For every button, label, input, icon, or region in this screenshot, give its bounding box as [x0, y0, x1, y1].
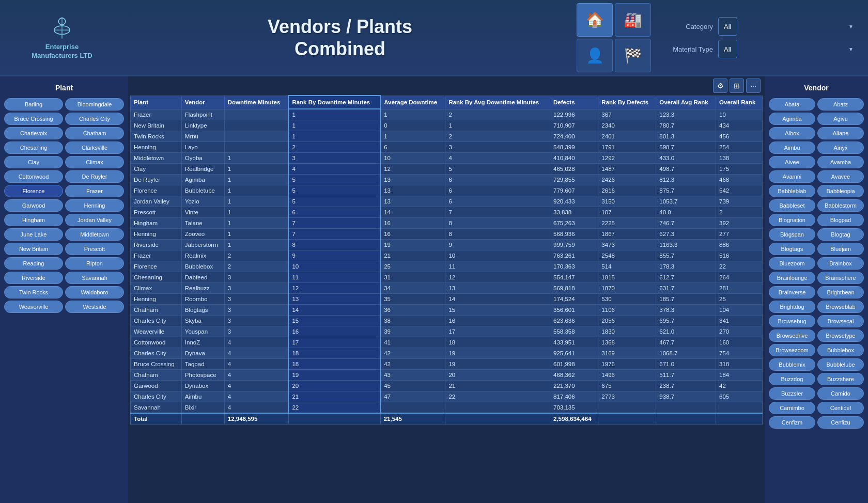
plant-button-twin-rocks[interactable]: Twin Rocks: [4, 286, 63, 298]
cell-21-6: 433,951: [550, 337, 598, 348]
vendor-button-allane[interactable]: Allane: [817, 127, 864, 139]
vendor-button-avamni[interactable]: Avamni: [769, 170, 815, 183]
plant-button-jordan-valley[interactable]: Jordan Valley: [65, 214, 124, 226]
plant-button-westside[interactable]: Westside: [65, 301, 124, 313]
cell-9-2: 1: [224, 207, 288, 218]
filter-toolbar-button[interactable]: ⚙: [713, 78, 727, 93]
material-type-select[interactable]: All: [718, 40, 737, 58]
vendor-button-buzzsler[interactable]: Buzzsler: [769, 387, 815, 400]
plant-button-june-lake[interactable]: June Lake: [4, 228, 63, 241]
flag-nav-button[interactable]: 🏁: [615, 39, 651, 72]
vendor-button-abata[interactable]: Abata: [769, 98, 815, 111]
plant-button-prescott[interactable]: Prescott: [65, 243, 124, 255]
plant-button-garwood[interactable]: Garwood: [4, 199, 63, 212]
vendor-button-cenfizm[interactable]: Cenfizm: [769, 416, 815, 429]
cell-1-7: 2340: [598, 120, 656, 131]
vendor-button-blogpad[interactable]: Blogpad: [817, 214, 864, 226]
cell-22-4: 42: [380, 348, 445, 359]
vendor-button-babbleset[interactable]: Babbleset: [769, 199, 815, 212]
plant-button-charles-city[interactable]: Charles City: [65, 113, 124, 125]
plant-button-bloomingdale[interactable]: Bloomingdale: [65, 98, 124, 111]
factory-nav-button[interactable]: 🏭: [615, 3, 651, 37]
vendor-button-babbleblab[interactable]: Babbleblab: [769, 185, 815, 197]
vendor-button-babblestorm[interactable]: Babblestorm: [817, 199, 864, 212]
plant-button-riverside[interactable]: Riverside: [4, 272, 63, 284]
vendor-button-blogtag[interactable]: Blogtag: [817, 228, 864, 241]
cell-14-9: 22: [716, 261, 763, 272]
vendor-button-avavee[interactable]: Avavee: [817, 170, 864, 183]
grid-toolbar-button[interactable]: ⊞: [730, 78, 744, 93]
vendor-button-browsebug[interactable]: Browsebug: [769, 315, 815, 327]
vendor-button-abatz[interactable]: Abatz: [817, 98, 864, 111]
vendor-button-browsedrive[interactable]: Browsedrive: [769, 329, 815, 342]
plant-button-clay[interactable]: Clay: [4, 156, 63, 168]
plant-button-savannah[interactable]: Savannah: [65, 272, 124, 284]
vendor-button-aivee[interactable]: Aivee: [769, 156, 815, 168]
plant-button-chatham[interactable]: Chatham: [65, 127, 124, 139]
vendor-button-avamba[interactable]: Avamba: [817, 156, 864, 168]
vendor-button-ainyx[interactable]: Ainyx: [817, 142, 864, 154]
vendor-button-brightdog[interactable]: Brightdog: [769, 301, 815, 313]
vendor-button-blognation[interactable]: Blognation: [769, 214, 815, 226]
vendor-button-babbleopia[interactable]: Babbleopia: [817, 185, 864, 197]
plant-button-hingham[interactable]: Hingham: [4, 214, 63, 226]
vendor-button-cenfizu[interactable]: Cenfizu: [817, 416, 864, 429]
vendor-button-blogtags[interactable]: Blogtags: [769, 243, 815, 255]
cell-7-7: 2616: [598, 185, 656, 196]
table-row: WeavervilleYouspan3163917558,3581830621.…: [131, 326, 763, 337]
cell-12-4: 19: [380, 240, 445, 250]
plant-button-weaverville[interactable]: Weaverville: [4, 301, 63, 313]
vendor-button-albox[interactable]: Albox: [769, 127, 815, 139]
vendor-button-brainlounge[interactable]: Brainlounge: [769, 272, 815, 284]
vendor-button-buzzdog[interactable]: Buzzdog: [769, 373, 815, 385]
vendor-button-agimba[interactable]: Agimba: [769, 113, 815, 125]
plant-button-de-ruyler[interactable]: De Ruyler: [65, 170, 124, 183]
plant-button-new-britain[interactable]: New Britain: [4, 243, 63, 255]
plant-button-ripton[interactable]: Ripton: [65, 257, 124, 270]
cell-19-9: 341: [716, 316, 763, 326]
plant-button-henning[interactable]: Henning: [65, 199, 124, 212]
more-toolbar-button[interactable]: ···: [746, 78, 761, 93]
vendor-button-brainverse[interactable]: Brainverse: [769, 286, 815, 298]
vendor-button-centidel[interactable]: Centidel: [817, 402, 864, 414]
vendor-button-aimbu[interactable]: Aimbu: [769, 142, 815, 154]
cell-13-5: 10: [445, 250, 550, 261]
plant-button-climax[interactable]: Climax: [65, 156, 124, 168]
plant-button-florence[interactable]: Florence: [4, 185, 63, 197]
vendor-button-camido[interactable]: Camido: [817, 387, 864, 400]
plant-button-charlevoix[interactable]: Charlevoix: [4, 127, 63, 139]
category-select[interactable]: All: [718, 17, 737, 36]
vendor-button-brainsphere[interactable]: Brainsphere: [817, 272, 864, 284]
vendor-button-browsetype[interactable]: Browsetype: [817, 329, 864, 342]
vendor-button-browseblab[interactable]: Browseblab: [817, 301, 864, 313]
cell-2-9: 456: [716, 131, 763, 142]
plant-button-barling[interactable]: Barling: [4, 98, 63, 111]
plant-button-cottonwood[interactable]: Cottonwood: [4, 170, 63, 183]
plant-button-reading[interactable]: Reading: [4, 257, 63, 270]
person-nav-button[interactable]: 👤: [577, 39, 613, 72]
plant-button-frazer[interactable]: Frazer: [65, 185, 124, 197]
vendor-button-browsecal[interactable]: Browsecal: [817, 315, 864, 327]
vendor-button-bubblemix[interactable]: Bubblemix: [769, 358, 815, 371]
cell-12-3: 8: [288, 240, 380, 250]
plant-button-chesaning[interactable]: Chesaning: [4, 142, 63, 154]
vendor-button-browsezoom[interactable]: Browsezoom: [769, 344, 815, 356]
plant-button-clarksville[interactable]: Clarksville: [65, 142, 124, 154]
plant-button-waldoboro[interactable]: Waldoboro: [65, 286, 124, 298]
plant-button-middletown[interactable]: Middletown: [65, 228, 124, 241]
plant-button-bruce-crossing[interactable]: Bruce Crossing: [4, 113, 63, 125]
col-header-2: Downtime Minutes: [224, 96, 288, 109]
cell-3-3: 2: [288, 142, 380, 153]
vendor-button-carnimbo[interactable]: Carnimbo: [769, 402, 815, 414]
vendor-button-blogspan[interactable]: Blogspan: [769, 228, 815, 241]
vendor-button-bubblelube[interactable]: Bubblelube: [817, 358, 864, 371]
vendor-button-buzzshare[interactable]: Buzzshare: [817, 373, 864, 385]
vendor-button-agivu[interactable]: Agivu: [817, 113, 864, 125]
vendor-button-bubblebox[interactable]: Bubblebox: [817, 344, 864, 356]
vendor-button-bluejam[interactable]: Bluejam: [817, 243, 864, 255]
vendor-button-brainbox[interactable]: Brainbox: [817, 257, 864, 270]
home-nav-button[interactable]: 🏠: [577, 3, 613, 37]
cell-0-7: 367: [598, 109, 656, 120]
vendor-button-bluezoom[interactable]: Bluezoom: [769, 257, 815, 270]
vendor-button-brightbean[interactable]: Brightbean: [817, 286, 864, 298]
